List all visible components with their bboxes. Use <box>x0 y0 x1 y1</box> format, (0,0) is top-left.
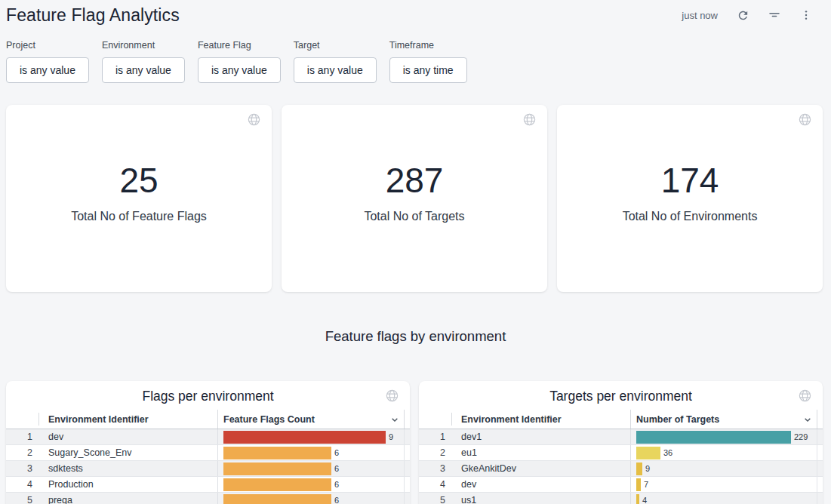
refresh-icon[interactable] <box>736 8 749 22</box>
bar <box>223 463 331 475</box>
row-index: 1 <box>6 432 39 442</box>
filter-feature-flag: Feature Flag is any value <box>198 40 281 83</box>
value-column-header: Feature Flags Count <box>217 410 405 429</box>
row-value-cell: 36 <box>630 445 817 460</box>
row-environment: dev <box>39 432 217 442</box>
row-index: 4 <box>6 479 39 490</box>
row-index: 3 <box>6 463 39 474</box>
kpi-card-feature-flags: 25 Total No of Feature Flags <box>6 105 272 292</box>
value-header-label: Feature Flags Count <box>223 414 315 425</box>
header-actions: just now <box>682 8 813 22</box>
row-number-header <box>6 413 39 426</box>
bar-value: 6 <box>334 496 339 504</box>
bar <box>636 494 639 504</box>
row-value-cell: 7 <box>630 477 817 492</box>
row-value-cell: 6 <box>217 461 405 476</box>
more-vert-icon[interactable] <box>799 8 813 22</box>
filter-bar: Project is any value Environment is any … <box>6 40 825 83</box>
filter-label: Timeframe <box>389 40 467 51</box>
page-title: Feature Flag Analytics <box>6 5 180 26</box>
row-number-header <box>419 413 452 426</box>
table-row: 1dev9 <box>6 429 410 445</box>
flags-per-environment-card: Flags per environment Environment Identi… <box>6 381 410 504</box>
row-environment: dev1 <box>452 432 630 442</box>
kpi-label: Total No of Environments <box>623 210 758 223</box>
chevron-down-icon[interactable] <box>389 413 401 426</box>
kpi-label: Total No of Feature Flags <box>71 210 207 223</box>
chevron-down-icon[interactable] <box>802 413 814 426</box>
kpi-value: 287 <box>386 163 444 198</box>
value-column-header: Number of Targets <box>630 410 817 429</box>
bar-value: 6 <box>334 448 339 457</box>
targets-per-environment-card: Targets per environment Environment Iden… <box>419 381 823 504</box>
filter-label: Target <box>294 40 377 51</box>
table-row: 4dev7 <box>419 477 823 493</box>
filter-label: Environment <box>102 40 185 51</box>
globe-icon[interactable] <box>522 112 537 127</box>
globe-icon[interactable] <box>798 112 812 127</box>
row-index: 2 <box>6 447 39 458</box>
globe-icon[interactable] <box>247 112 261 127</box>
row-environment: GkeAnkitDev <box>452 463 630 474</box>
table-row: 3sdktests6 <box>6 461 410 477</box>
bar-value: 6 <box>334 464 339 473</box>
bar <box>223 494 331 504</box>
kpi-card-targets: 287 Total No of Targets <box>282 105 547 292</box>
table-body: 1dev92Sugary_Scone_Env63sdktests64Produc… <box>6 429 410 504</box>
bar <box>636 431 791 444</box>
filter-feature-flag-button[interactable]: is any value <box>198 57 281 83</box>
flags-table: Environment Identifier Feature Flags Cou… <box>6 410 410 504</box>
filter-icon[interactable] <box>768 8 781 22</box>
kpi-value: 174 <box>661 163 719 198</box>
row-value-cell: 229 <box>630 429 817 444</box>
name-column-header: Environment Identifier <box>452 414 630 425</box>
row-index: 2 <box>419 447 452 458</box>
name-column-header: Environment Identifier <box>39 414 217 425</box>
table-title: Targets per environment <box>419 381 823 404</box>
table-row: 1dev1229 <box>419 429 823 445</box>
table-row: 2Sugary_Scone_Env6 <box>6 445 410 461</box>
filter-target-button[interactable]: is any value <box>294 57 377 83</box>
filter-project: Project is any value <box>6 40 89 83</box>
table-title: Flags per environment <box>6 381 410 404</box>
row-value-cell: 6 <box>217 493 405 504</box>
bar <box>636 447 660 459</box>
row-environment: sdktests <box>39 463 217 474</box>
filter-timeframe: Timeframe is any time <box>389 40 467 83</box>
kpi-row: 25 Total No of Feature Flags 287 Total N… <box>6 105 823 292</box>
bar <box>636 478 641 491</box>
table-header-row: Environment Identifier Feature Flags Cou… <box>6 410 410 429</box>
filter-label: Feature Flag <box>198 40 281 51</box>
filter-environment-button[interactable]: is any value <box>102 57 185 83</box>
row-value-cell: 6 <box>217 477 405 492</box>
row-environment: dev <box>452 479 630 490</box>
bar-value: 9 <box>389 432 393 441</box>
filter-project-button[interactable]: is any value <box>6 57 89 83</box>
globe-icon[interactable] <box>798 389 812 403</box>
row-value-cell: 4 <box>630 493 817 504</box>
filter-timeframe-button[interactable]: is any time <box>389 57 467 83</box>
row-environment: eu1 <box>452 447 630 458</box>
targets-table: Environment Identifier Number of Targets… <box>419 410 823 504</box>
bar-value: 7 <box>644 480 648 489</box>
row-environment: Sugary_Scone_Env <box>39 447 217 458</box>
dashboard-header: Feature Flag Analytics just now <box>0 0 831 26</box>
row-index: 4 <box>419 479 452 490</box>
row-value-cell: 9 <box>630 461 817 476</box>
filter-environment: Environment is any value <box>102 40 185 83</box>
bar <box>223 447 331 459</box>
filter-target: Target is any value <box>294 40 377 83</box>
section-title: Feature flags by environment <box>0 328 831 345</box>
table-row: 5us14 <box>419 493 823 504</box>
bar <box>223 478 331 491</box>
row-environment: prega <box>39 495 217 504</box>
globe-icon[interactable] <box>385 389 399 403</box>
row-index: 3 <box>419 463 452 474</box>
row-index: 5 <box>419 495 452 504</box>
bar <box>223 431 386 444</box>
row-value-cell: 9 <box>217 429 405 444</box>
last-updated-text: just now <box>682 10 718 21</box>
table-row: 4Production6 <box>6 477 410 493</box>
table-body: 1dev12292eu1363GkeAnkitDev94dev75us14 <box>419 429 823 504</box>
table-header-row: Environment Identifier Number of Targets <box>419 410 823 429</box>
